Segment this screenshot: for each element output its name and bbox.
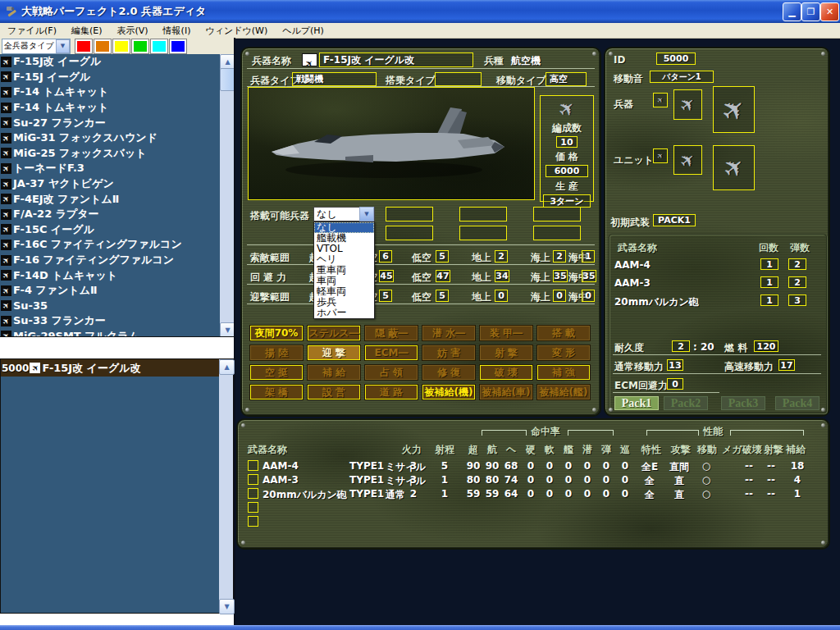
armament-ammo[interactable]: 2	[788, 258, 806, 270]
durability-value[interactable]: 2	[672, 340, 690, 352]
formation-value[interactable]: 10	[556, 136, 578, 148]
ability-stealth[interactable]: ステルス―	[308, 326, 360, 340]
scroll-thumb[interactable]	[220, 68, 234, 91]
list-item[interactable]: ✈F-15C イーグル	[0, 222, 234, 238]
search-high-value[interactable]: 6	[379, 250, 392, 262]
ability-occupy[interactable]: 占 領	[365, 365, 418, 380]
selected-list-scrollbar[interactable]: ▲ ▼	[219, 359, 233, 613]
ability-road[interactable]: 道 路	[365, 385, 418, 399]
evasion-high-value[interactable]: 45	[379, 270, 394, 282]
menu-info[interactable]: 情報(I)	[156, 23, 199, 39]
pack4-tab[interactable]: Pack4	[775, 396, 819, 410]
fuel-value[interactable]: 120	[754, 340, 778, 352]
weapon-name-input[interactable]: F-15J改 イーグル改	[319, 52, 473, 67]
chevron-down-icon[interactable]: ▼	[56, 39, 70, 53]
ability-build[interactable]: 設 営	[308, 385, 360, 399]
weapon-row-checkbox[interactable]	[248, 460, 258, 471]
minimize-button[interactable]: ▁	[783, 2, 801, 21]
weapon-row-checkbox[interactable]	[248, 502, 258, 513]
ability-dive[interactable]: 潜 水―	[422, 326, 475, 340]
ability-ecm[interactable]: ECM―	[365, 345, 418, 360]
list-item[interactable]: ✈MiG-25 フォックスバット	[0, 146, 234, 162]
list-item[interactable]: ✈JA-37 ヤクトビゲン	[0, 176, 234, 192]
list-item[interactable]: ✈F-14D トムキャット	[0, 267, 234, 283]
intercept-ground-value[interactable]: 0	[495, 290, 508, 302]
weapon-icon-large[interactable]: ✈	[713, 86, 755, 133]
weapon-icon-medium[interactable]: ✈	[673, 89, 702, 120]
ability-resupply-air[interactable]: 被補給(機)	[422, 385, 475, 399]
intercept-low-value[interactable]: 5	[436, 290, 449, 302]
armament-ammo[interactable]: 3	[788, 294, 806, 306]
evasion-undersea-value[interactable]: 35	[582, 270, 596, 282]
list-item[interactable]: ✈F-16 ファイティングファルコン	[0, 253, 234, 268]
list-item[interactable]: ✈F-14 トムキャット	[0, 100, 234, 116]
ability-airborne[interactable]: 空 挺	[250, 365, 303, 380]
evasion-sea-value[interactable]: 35	[553, 270, 568, 282]
carry-slot-4[interactable]	[386, 226, 433, 240]
list-item[interactable]: ✈F/A-22 ラプター	[0, 207, 234, 222]
move-type-input[interactable]: 高空	[546, 72, 587, 86]
ability-night70[interactable]: 夜間70%	[250, 326, 303, 340]
color-filter-green[interactable]	[131, 39, 149, 54]
id-value[interactable]: 5000	[656, 52, 696, 65]
search-ground-value[interactable]: 2	[495, 250, 508, 262]
list-item[interactable]: ✈MiG-29SMT フルクラム	[0, 329, 234, 337]
production-value[interactable]: 3ターン	[543, 194, 591, 208]
weapon-icon-box[interactable]: ✈	[302, 53, 317, 66]
color-filter-blue[interactable]	[169, 39, 187, 54]
armament-count[interactable]: 1	[760, 258, 778, 270]
pack1-tab[interactable]: Pack1	[614, 396, 659, 410]
ability-supply[interactable]: 補 給	[308, 365, 360, 380]
menu-window[interactable]: ウィンドウ(W)	[198, 23, 275, 39]
selected-unit-row[interactable]: 5000 ✈ F-15J改 イーグル改	[1, 359, 233, 377]
scroll-down-icon[interactable]: ▼	[219, 599, 235, 614]
carry-slot-2[interactable]	[459, 207, 507, 221]
list-item[interactable]: ✈Su-33 フランカー	[0, 313, 234, 329]
ride-type-input[interactable]	[435, 72, 482, 86]
list-item[interactable]: ✈F-15J イーグル	[0, 70, 234, 85]
weapon-row-checkbox[interactable]	[248, 474, 258, 485]
ability-reinforce[interactable]: 補 強	[537, 365, 590, 380]
search-sea-value[interactable]: 2	[553, 250, 566, 262]
ability-carry[interactable]: 搭 載	[537, 326, 590, 340]
weapon-row-checkbox[interactable]	[248, 516, 258, 527]
weapon-icon-tiny[interactable]: ✈	[653, 93, 668, 107]
menu-help[interactable]: ヘルプ(H)	[275, 23, 331, 39]
weapon-type-input[interactable]: 戦闘機	[292, 72, 377, 86]
weapon-row-checkbox[interactable]	[248, 488, 258, 499]
ecm-evasion-value[interactable]: 0	[667, 378, 683, 390]
dropdown-option[interactable]: ホバー	[314, 308, 374, 318]
chevron-down-icon[interactable]: ▼	[359, 207, 374, 221]
color-filter-yellow[interactable]	[112, 39, 130, 54]
ability-resupply-land[interactable]: 被補給(車)	[480, 385, 532, 399]
close-button[interactable]: ✕	[820, 2, 839, 21]
intercept-undersea-value[interactable]: 0	[582, 290, 595, 302]
unit-type-filter[interactable]: 全兵器タイプ ▼	[2, 39, 71, 54]
armament-ammo[interactable]: 2	[788, 276, 806, 288]
menu-edit[interactable]: 編集(E)	[64, 23, 110, 39]
search-low-value[interactable]: 5	[436, 250, 449, 262]
carry-slot-3[interactable]	[533, 207, 581, 221]
list-item[interactable]: ✈Su-35	[0, 299, 234, 314]
ability-conceal[interactable]: 隠 蔽―	[365, 326, 418, 340]
evasion-low-value[interactable]: 47	[436, 270, 450, 282]
ability-armor[interactable]: 装 甲―	[480, 326, 532, 340]
list-item[interactable]: ✈Su-27 フランカー	[0, 115, 234, 130]
ability-jam[interactable]: 妨 害	[422, 345, 475, 360]
pack3-tab[interactable]: Pack3	[721, 396, 765, 410]
scroll-up-icon[interactable]: ▲	[219, 359, 235, 375]
carry-slot-5[interactable]	[459, 226, 507, 240]
unit-icon-tiny[interactable]: ✈	[653, 148, 668, 163]
scroll-down-icon[interactable]: ▼	[220, 322, 234, 337]
list-item[interactable]: ✈F-4 ファントムⅡ	[0, 283, 234, 299]
color-filter-orange[interactable]	[94, 39, 112, 54]
list-item[interactable]: ✈MiG-31 フォックスハウンド	[0, 130, 234, 146]
ability-transform[interactable]: 変 形	[537, 345, 590, 360]
list-item[interactable]: ✈F-14 トムキャット	[0, 84, 234, 100]
ability-shoot[interactable]: 射 撃	[480, 345, 532, 360]
search-undersea-value[interactable]: 1	[582, 250, 595, 262]
unit-icon-large[interactable]: ✈	[713, 145, 755, 190]
list-item[interactable]: ✈F-16C ファイティングファルコン	[0, 237, 234, 253]
carry-slot-1[interactable]	[386, 207, 433, 221]
unit-icon-medium[interactable]: ✈	[673, 145, 702, 175]
